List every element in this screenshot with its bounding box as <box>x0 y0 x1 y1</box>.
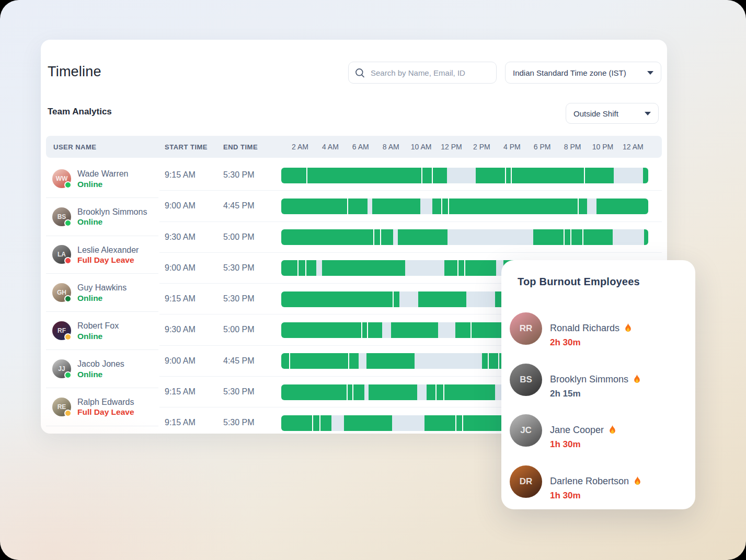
work-segment <box>281 168 307 183</box>
shift-row: 9:30 AM 5:00 PM <box>159 222 662 253</box>
end-time: 5:30 PM <box>223 377 255 407</box>
work-segment <box>320 415 331 431</box>
time-tick: 4 AM <box>322 136 339 158</box>
chevron-down-icon <box>647 71 653 75</box>
work-segment <box>353 384 364 400</box>
start-time: 9:15 AM <box>165 160 196 190</box>
burnout-entry: JC Jane Cooper 1h 30m <box>510 414 682 459</box>
burnout-entry: BS Brooklyn Simmons 2h 15m <box>510 364 682 409</box>
work-segment <box>583 229 613 245</box>
work-segment <box>476 168 506 183</box>
work-segment <box>281 384 348 400</box>
gap-segment <box>415 353 481 369</box>
user-row[interactable]: WW Wade Warren Online <box>46 160 158 198</box>
user-row[interactable]: RE Ralph Edwards Full Day Leave <box>46 388 158 426</box>
work-segment <box>579 199 587 214</box>
burnout-name-text: Brooklyn Simmons <box>550 374 628 385</box>
burnout-entry-text: Brooklyn Simmons 2h 15m <box>550 364 641 409</box>
burnout-title: Top Burnout Employees <box>518 276 640 288</box>
work-segment <box>372 199 420 214</box>
gap-segment <box>587 199 596 214</box>
burnout-duration: 1h 30m <box>550 491 642 501</box>
avatar: BS <box>52 207 71 226</box>
work-segment <box>533 229 565 245</box>
user-status: Full Day Leave <box>77 255 139 265</box>
work-segment <box>290 353 350 369</box>
burnout-name-text: Jane Cooper <box>550 425 604 436</box>
user-name: Ralph Edwards <box>77 396 134 408</box>
work-segment <box>366 353 415 369</box>
user-name: Jacob Jones <box>77 358 124 370</box>
time-tick: 4 PM <box>503 136 521 158</box>
col-end-time: END TIME <box>223 136 258 158</box>
work-segment <box>643 168 648 183</box>
search-box[interactable] <box>348 62 497 84</box>
work-segment <box>306 260 316 276</box>
end-time: 5:30 PM <box>223 253 255 283</box>
work-segment <box>281 322 362 338</box>
user-info: Brooklyn Simmons Online <box>77 206 147 227</box>
shift-bar <box>281 229 648 245</box>
gap-segment <box>392 415 424 431</box>
burnout-entry: DR Darlene Robertson 1h 30m <box>510 465 682 510</box>
user-name: Robert Fox <box>77 320 119 332</box>
gap-segment <box>399 291 418 307</box>
status-dot <box>64 181 72 189</box>
burnout-entry-text: Darlene Robertson 1h 30m <box>550 465 642 510</box>
user-row[interactable]: JJ Jacob Jones Online <box>46 350 158 388</box>
start-time: 9:15 AM <box>165 377 196 407</box>
timezone-select[interactable]: Indian Standard Time zone (IST) <box>505 62 661 84</box>
user-name: Brooklyn Simmons <box>77 206 147 218</box>
user-name: Wade Warren <box>77 168 129 180</box>
search-icon <box>355 68 365 78</box>
gap-segment <box>614 168 642 183</box>
start-time: 9:00 AM <box>165 253 196 283</box>
work-segment <box>585 168 614 183</box>
avatar: RR <box>510 312 542 345</box>
gap-segment <box>316 260 322 276</box>
work-segment <box>281 291 394 307</box>
work-segment <box>422 168 433 183</box>
burnout-duration: 1h 30m <box>550 439 617 450</box>
user-row[interactable]: BS Brooklyn Simmons Online <box>46 198 158 236</box>
work-segment <box>344 415 392 431</box>
work-segment <box>433 168 447 183</box>
section-title: Team Analytics <box>48 107 112 117</box>
avatar: RE <box>52 398 71 416</box>
start-time: 9:30 AM <box>165 222 196 252</box>
top-burnout-card: Top Burnout Employees RR Ronald Richards… <box>501 260 695 509</box>
work-segment <box>437 384 444 400</box>
avatar: RF <box>52 321 71 340</box>
outside-shift-label: Outside Shift <box>573 109 618 118</box>
user-info: Wade Warren Online <box>77 168 129 189</box>
avatar: GH <box>52 283 71 302</box>
work-segment <box>394 291 399 307</box>
timezone-label: Indian Standard Time zone (IST) <box>513 68 626 77</box>
end-time: 5:00 PM <box>223 314 255 345</box>
end-time: 5:30 PM <box>223 284 255 314</box>
work-segment <box>362 322 368 338</box>
user-row[interactable]: LA Leslie Alexander Full Day Leave <box>46 236 158 274</box>
gap-segment <box>447 168 476 183</box>
avatar: LA <box>52 245 71 264</box>
work-segment <box>349 353 359 369</box>
work-segment <box>368 322 382 338</box>
outside-shift-select[interactable]: Outside Shift <box>566 103 659 124</box>
gap-segment <box>438 322 455 338</box>
work-segment <box>369 384 417 400</box>
work-segment <box>482 353 489 369</box>
search-input[interactable] <box>370 68 490 78</box>
work-segment <box>424 415 456 431</box>
work-segment <box>281 260 299 276</box>
user-name: Guy Hawkins <box>77 282 127 294</box>
user-row[interactable]: RF Robert Fox Online <box>46 312 158 350</box>
burnout-name-text: Ronald Richards <box>550 323 619 334</box>
status-dot <box>64 295 72 302</box>
end-time: 5:00 PM <box>223 222 255 252</box>
user-row[interactable]: GH Guy Hawkins Online <box>46 274 158 312</box>
page-background: Timeline Indian Standard Time zone (IST)… <box>0 0 746 560</box>
user-info: Ralph Edwards Full Day Leave <box>77 396 134 417</box>
work-segment <box>398 229 447 245</box>
burnout-entry-text: Jane Cooper 1h 30m <box>550 414 617 459</box>
work-segment <box>313 415 320 431</box>
